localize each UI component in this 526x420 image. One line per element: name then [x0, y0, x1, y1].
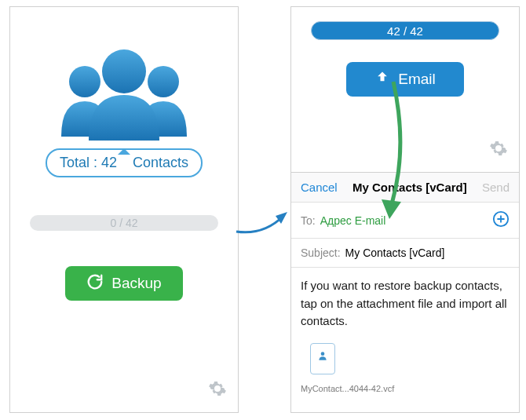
email-body[interactable]: If you want to restore backup contacts, … [291, 268, 519, 340]
backup-progress-bar: 0 / 42 [30, 215, 218, 231]
upload-icon [374, 70, 390, 89]
total-suffix: Contacts [133, 155, 188, 170]
cancel-button[interactable]: Cancel [301, 181, 338, 194]
send-button[interactable]: Send [482, 181, 510, 194]
attachment[interactable]: MyContact...4044-42.vcf [291, 340, 519, 403]
email-screen: 42 / 42 Email Cancel My Contacts [vCard]… [290, 6, 520, 413]
sheet-header: Cancel My Contacts [vCard] Send [291, 173, 519, 203]
gear-icon[interactable] [489, 139, 508, 161]
svg-point-2 [102, 49, 146, 93]
attachment-filename: MyContact...4044-42.vcf [301, 384, 394, 393]
subject-value: My Contacts [vCard] [345, 247, 445, 259]
subject-label: Subject: [301, 247, 341, 259]
subject-row[interactable]: Subject: My Contacts [vCard] [291, 239, 519, 268]
email-button-label: Email [398, 71, 436, 88]
svg-point-1 [148, 66, 179, 97]
flow-arrow-icon [232, 196, 295, 243]
sheet-title: My Contacts [vCard] [352, 181, 467, 194]
total-contacts-bubble: Total : 42 Contacts [46, 148, 203, 177]
compose-sheet: Cancel My Contacts [vCard] Send To: Адре… [291, 172, 519, 412]
total-count: 42 [101, 155, 117, 170]
email-button[interactable]: Email [346, 62, 464, 97]
contacts-silhouette-icon [10, 38, 238, 144]
backup-button-label: Backup [111, 275, 161, 292]
refresh-icon [86, 273, 104, 294]
to-label: To: [301, 214, 316, 227]
to-row[interactable]: To: Адрес E-mail [291, 203, 519, 239]
completed-progress-bar: 42 / 42 [311, 21, 499, 40]
add-recipient-icon[interactable] [492, 210, 510, 230]
backup-button[interactable]: Backup [65, 266, 183, 301]
vcard-file-icon [310, 343, 335, 374]
backup-screen: Total : 42 Contacts 0 / 42 Backup [9, 6, 239, 413]
total-prefix: Total : [60, 155, 97, 170]
to-value: Адрес E-mail [320, 214, 386, 227]
gear-icon[interactable] [208, 379, 227, 401]
svg-point-4 [321, 352, 325, 356]
svg-point-0 [69, 66, 100, 97]
completed-progress-label: 42 / 42 [387, 24, 423, 38]
backup-progress-label: 0 / 42 [110, 217, 137, 229]
